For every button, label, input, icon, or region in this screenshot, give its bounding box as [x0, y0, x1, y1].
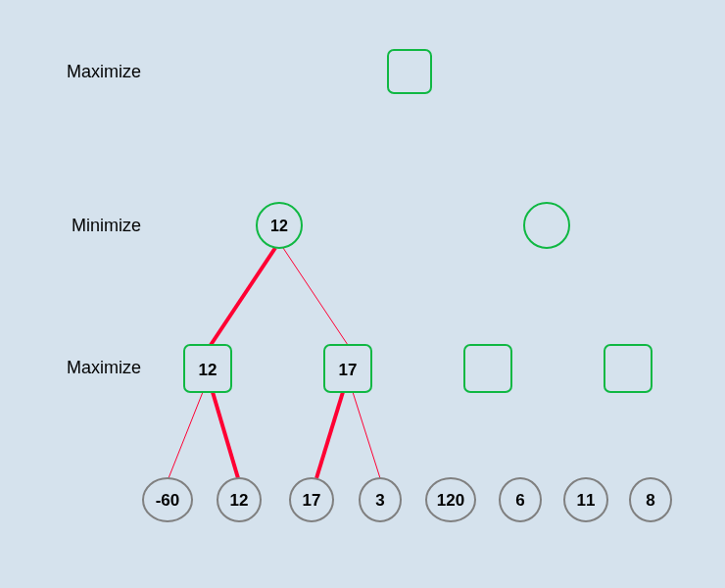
level0-label: Maximize: [67, 62, 141, 81]
leaf-value: 17: [303, 491, 321, 510]
leaf-value: 8: [646, 491, 654, 510]
edge-maxA-leaf1: [213, 392, 238, 478]
min-left-value: 12: [270, 218, 288, 234]
leaf-node: 6: [500, 478, 541, 521]
max-a-value: 12: [199, 361, 218, 379]
min-right-node: [524, 203, 569, 248]
max-d-node: [604, 345, 652, 392]
leaf-value: -60: [156, 491, 180, 510]
leaf-value: 120: [437, 491, 464, 510]
edge-maxB-leaf2: [316, 392, 343, 478]
max-b-value: 17: [339, 361, 358, 379]
minimax-tree-diagram: Maximize Minimize Maximize 12 12 17 -60 …: [0, 0, 725, 588]
max-c-node: [464, 345, 511, 392]
leaf-value: 11: [577, 491, 596, 510]
leaf-value: 12: [230, 491, 249, 510]
leaf-node: 3: [360, 478, 401, 521]
edge-minL-maxB: [283, 248, 348, 345]
edge-maxB-leaf3: [353, 392, 380, 478]
leaf-value: 3: [375, 491, 384, 510]
edge-maxA-leaf0: [169, 392, 203, 478]
leaf-node: 17: [290, 478, 333, 521]
level1-label: Minimize: [72, 216, 141, 235]
leaf-node: 8: [630, 478, 671, 521]
root-node: [388, 50, 431, 93]
leaf-node: 120: [426, 478, 475, 521]
edge-minL-maxA: [211, 248, 275, 345]
leaf-node: -60: [143, 478, 192, 521]
leaf-node: 12: [218, 478, 261, 521]
level2-label: Maximize: [67, 358, 141, 377]
leaf-value: 6: [515, 491, 524, 510]
leaf-node: 11: [564, 478, 607, 521]
